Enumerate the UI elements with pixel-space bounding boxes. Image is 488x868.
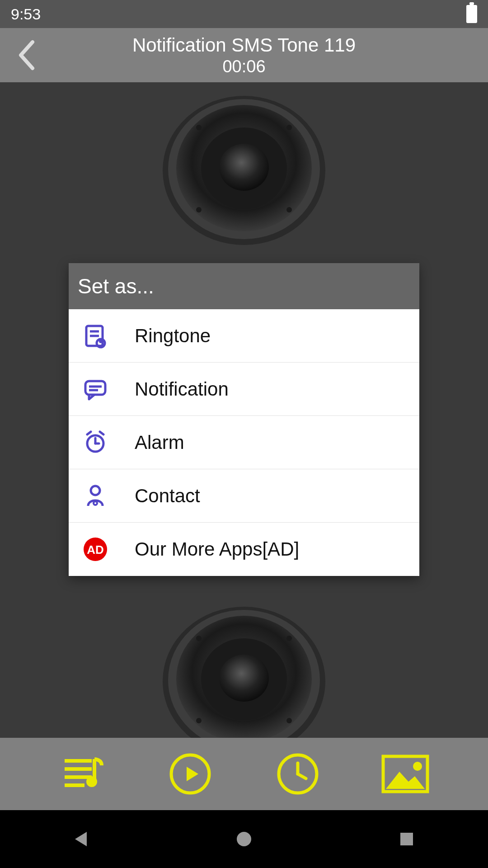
svg-marker-47: [386, 772, 425, 789]
dialog-item-contact[interactable]: Contact: [69, 469, 419, 523]
svg-point-8: [286, 207, 292, 212]
svg-rect-23: [85, 381, 105, 395]
nav-home-icon: [235, 830, 253, 848]
playlist-icon: [60, 754, 105, 794]
svg-point-17: [286, 718, 292, 723]
timer-button[interactable]: [273, 749, 323, 799]
android-nav-bar: [0, 810, 488, 868]
clock-icon: [276, 752, 319, 796]
status-time: 9:53: [11, 5, 41, 23]
back-button[interactable]: [8, 37, 44, 73]
svg-point-22: [99, 340, 103, 343]
svg-point-13: [219, 655, 269, 702]
page-title: Notification SMS Tone 119: [0, 34, 488, 56]
svg-point-6: [286, 125, 292, 130]
dialog-item-label: Ringtone: [135, 325, 211, 347]
svg-marker-41: [187, 767, 198, 781]
dialog-item-alarm[interactable]: Alarm: [69, 416, 419, 469]
battery-icon: [466, 5, 477, 23]
svg-point-16: [196, 718, 202, 723]
chevron-left-icon: [16, 39, 36, 71]
track-duration: 00:06: [0, 57, 488, 76]
dialog-item-notification[interactable]: Notification: [69, 363, 419, 416]
status-bar: 9:53: [0, 0, 488, 28]
nav-home-button[interactable]: [224, 819, 264, 859]
svg-rect-50: [400, 833, 413, 845]
app-header: Notification SMS Tone 119 00:06: [0, 28, 488, 82]
playlist-button[interactable]: [58, 749, 108, 799]
svg-point-14: [196, 636, 202, 641]
dialog-item-ringtone[interactable]: Ringtone: [69, 309, 419, 363]
svg-point-15: [286, 636, 292, 641]
notification-icon: [81, 375, 109, 403]
dialog-item-label: Our More Apps[AD]: [135, 538, 299, 560]
image-icon: [380, 754, 430, 794]
svg-point-39: [86, 776, 97, 787]
content-area: Set as... Ringtone: [0, 82, 488, 738]
ad-icon: AD: [81, 535, 109, 563]
speaker-image-top: [158, 91, 330, 245]
screen: 9:53 Notification SMS Tone 119 00:06: [0, 0, 488, 868]
header-titles: Notification SMS Tone 119 00:06: [0, 34, 488, 76]
svg-point-32: [94, 501, 97, 505]
nav-recents-icon: [398, 830, 416, 848]
svg-point-31: [91, 486, 100, 495]
nav-back-button[interactable]: [61, 819, 102, 859]
nav-back-icon: [71, 829, 91, 849]
speaker-image-bottom: [158, 602, 330, 756]
wallpaper-button[interactable]: [380, 749, 430, 799]
play-button[interactable]: [165, 749, 215, 799]
svg-point-49: [237, 832, 251, 846]
play-icon: [169, 752, 212, 796]
dialog-title: Set as...: [69, 263, 419, 309]
ringtone-icon: [81, 322, 109, 350]
contact-icon: [81, 482, 109, 510]
svg-line-44: [298, 774, 306, 778]
dialog-item-more-apps-ad[interactable]: AD Our More Apps[AD]: [69, 523, 419, 576]
bottom-bar: [0, 738, 488, 810]
alarm-icon: [81, 429, 109, 457]
dialog-item-label: Notification: [135, 378, 229, 400]
svg-text:AD: AD: [87, 543, 104, 557]
svg-point-5: [196, 125, 202, 130]
nav-recents-button[interactable]: [386, 819, 427, 859]
svg-point-46: [413, 762, 422, 771]
set-as-dialog: Set as... Ringtone: [69, 263, 419, 576]
svg-marker-48: [75, 832, 87, 846]
dialog-item-label: Contact: [135, 485, 200, 507]
svg-line-30: [100, 432, 103, 434]
status-right: [466, 5, 477, 23]
svg-point-4: [219, 144, 269, 191]
svg-line-29: [87, 432, 91, 434]
dialog-item-label: Alarm: [135, 432, 184, 453]
svg-point-7: [196, 207, 202, 212]
